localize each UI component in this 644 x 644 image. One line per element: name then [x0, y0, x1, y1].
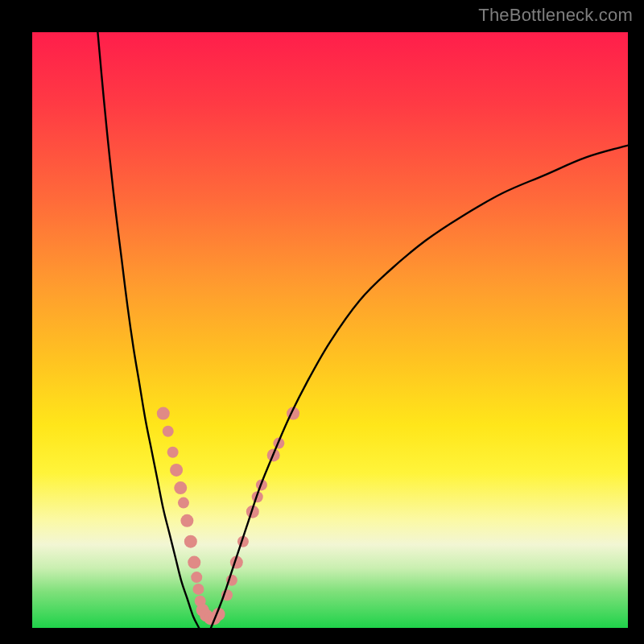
data-marker [184, 535, 197, 548]
plot-area [32, 32, 628, 628]
data-marker [163, 426, 174, 437]
marker-layer [157, 407, 299, 625]
data-marker [178, 497, 189, 509]
data-marker [170, 464, 183, 477]
watermark-text: TheBottleneck.com [478, 5, 633, 26]
data-marker [174, 481, 187, 494]
data-marker [192, 584, 204, 595]
chart-frame: TheBottleneck.com [0, 0, 644, 644]
data-marker [180, 514, 193, 527]
data-marker [157, 407, 170, 420]
data-marker [167, 447, 179, 458]
data-marker [191, 572, 202, 583]
right-branch-curve [211, 146, 628, 628]
chart-svg [32, 32, 628, 628]
left-branch-curve [97, 32, 199, 628]
data-marker [188, 556, 200, 569]
